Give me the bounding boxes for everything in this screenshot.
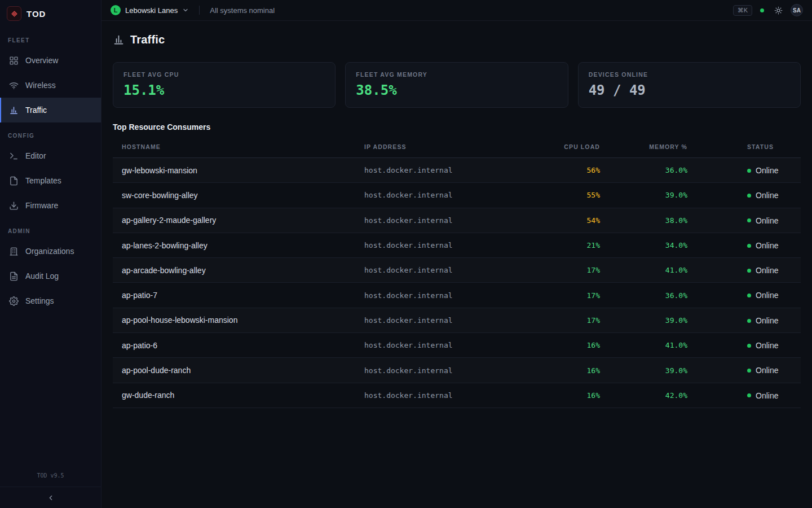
table-row[interactable]: ap-patio-7 host.docker.internal 17% 36.0…	[113, 283, 801, 308]
status-cell: Online	[696, 208, 801, 233]
column-header-memory[interactable]: MEMORY %	[609, 136, 696, 158]
sidebar-item-wireless[interactable]: Wireless	[0, 73, 101, 98]
online-status-dot	[747, 269, 751, 273]
ip-cell: host.docker.internal	[355, 283, 536, 308]
online-status-dot	[747, 369, 751, 373]
table-row[interactable]: ap-pool-house-lebowski-mansion host.dock…	[113, 308, 801, 332]
sidebar-item-editor[interactable]: Editor	[0, 143, 101, 168]
memory-cell: 38.0%	[609, 208, 696, 233]
topbar-divider	[199, 6, 200, 15]
online-status-dot	[747, 218, 751, 222]
hostname-cell: ap-arcade-bowling-alley	[113, 258, 355, 283]
sun-icon[interactable]	[774, 6, 783, 15]
column-header-hostname[interactable]: HOSTNAME	[113, 136, 355, 158]
page-header: Traffic	[113, 33, 801, 46]
hostname-cell: ap-patio-6	[113, 333, 355, 358]
hostname-cell: ap-gallery-2-maude-gallery	[113, 208, 355, 233]
sidebar-item-traffic[interactable]: Traffic	[0, 98, 101, 122]
download-icon	[9, 201, 19, 211]
table-row[interactable]: gw-dude-ranch host.docker.internal 16% 4…	[113, 383, 801, 408]
sidebar-item-label: Firmware	[25, 201, 58, 210]
grid-icon	[9, 56, 19, 65]
app-logo[interactable]: TOD	[0, 0, 101, 27]
org-name: Lebowski Lanes	[125, 6, 178, 15]
bar-chart-icon	[113, 34, 125, 46]
column-header-ip[interactable]: IP ADDRESS	[355, 136, 536, 158]
hostname-cell: gw-lebowski-mansion	[113, 158, 355, 183]
stat-card-fleet-avg-memory: FLEET AVG MEMORY 38.5%	[345, 62, 568, 108]
ip-cell: host.docker.internal	[355, 208, 536, 233]
hostname-cell: ap-lanes-2-bowling-alley	[113, 233, 355, 257]
command-palette-shortcut[interactable]: ⌘K	[733, 5, 752, 16]
stats-row: FLEET AVG CPU 15.1% FLEET AVG MEMORY 38.…	[113, 62, 801, 108]
table-row[interactable]: gw-lebowski-mansion host.docker.internal…	[113, 158, 801, 183]
online-status-dot	[747, 294, 751, 297]
sidebar-item-label: Organizations	[25, 247, 74, 256]
table-row[interactable]: ap-arcade-bowling-alley host.docker.inte…	[113, 258, 801, 283]
cpu-cell: 56%	[536, 158, 609, 183]
stat-label: DEVICES ONLINE	[589, 71, 790, 78]
cpu-cell: 17%	[536, 258, 609, 283]
system-status-text: All systems nominal	[210, 6, 275, 15]
sidebar-item-label: Audit Log	[25, 271, 59, 281]
page-content: Traffic FLEET AVG CPU 15.1% FLEET AVG ME…	[102, 21, 812, 508]
sidebar-item-label: Editor	[25, 151, 46, 160]
column-header-status[interactable]: STATUS	[696, 136, 801, 158]
resource-consumers-table: HOSTNAME IP ADDRESS CPU LOAD MEMORY % ST…	[113, 136, 801, 408]
sidebar-nav: FLEET Overview Wireless	[0, 27, 101, 313]
hostname-cell: sw-core-bowling-alley	[113, 183, 355, 208]
table-row[interactable]: ap-lanes-2-bowling-alley host.docker.int…	[113, 233, 801, 257]
hostname-cell: ap-patio-7	[113, 283, 355, 308]
file-icon	[9, 176, 19, 186]
ip-cell: host.docker.internal	[355, 333, 536, 358]
sidebar-item-templates[interactable]: Templates	[0, 168, 101, 193]
cpu-cell: 17%	[536, 283, 609, 308]
online-status-dot	[747, 194, 751, 198]
status-cell: Online	[696, 383, 801, 408]
online-status-dot	[747, 344, 751, 348]
app-version: TOD v9.5	[0, 467, 101, 487]
section-label-admin: ADMIN	[0, 218, 101, 239]
main-area: L Lebowski Lanes All systems nominal ⌘K	[102, 0, 812, 508]
org-switcher[interactable]: L Lebowski Lanes	[111, 5, 189, 15]
table-row[interactable]: ap-gallery-2-maude-gallery host.docker.i…	[113, 208, 801, 233]
stat-label: FLEET AVG MEMORY	[356, 71, 557, 78]
memory-cell: 34.0%	[609, 233, 696, 257]
app-name: TOD	[27, 9, 46, 19]
stat-value: 15.1%	[123, 82, 325, 98]
user-avatar[interactable]: SA	[791, 4, 803, 16]
topbar: L Lebowski Lanes All systems nominal ⌘K	[102, 0, 812, 21]
sidebar-item-overview[interactable]: Overview	[0, 48, 101, 73]
memory-cell: 36.0%	[609, 158, 696, 183]
memory-cell: 39.0%	[609, 358, 696, 383]
sidebar-item-organizations[interactable]: Organizations	[0, 239, 101, 264]
status-cell: Online	[696, 183, 801, 208]
sidebar: TOD FLEET Overview	[0, 0, 102, 508]
terminal-icon	[9, 151, 19, 161]
table-row[interactable]: ap-patio-6 host.docker.internal 16% 41.0…	[113, 333, 801, 358]
section-label-config: CONFIG	[0, 122, 101, 143]
sidebar-item-label: Wireless	[25, 81, 56, 90]
memory-cell: 41.0%	[609, 258, 696, 283]
online-status-dot	[747, 393, 751, 397]
status-cell: Online	[696, 283, 801, 308]
sidebar-item-firmware[interactable]: Firmware	[0, 193, 101, 218]
section-title: Top Resource Consumers	[113, 122, 801, 132]
building-icon	[9, 247, 19, 256]
cpu-cell: 21%	[536, 233, 609, 257]
table-row[interactable]: sw-core-bowling-alley host.docker.intern…	[113, 183, 801, 208]
chevron-left-icon	[47, 494, 55, 502]
status-cell: Online	[696, 158, 801, 183]
memory-cell: 36.0%	[609, 283, 696, 308]
cpu-cell: 17%	[536, 308, 609, 332]
table-row[interactable]: ap-pool-dude-ranch host.docker.internal …	[113, 358, 801, 383]
column-header-cpu[interactable]: CPU LOAD	[536, 136, 609, 158]
sidebar-item-audit-log[interactable]: Audit Log	[0, 264, 101, 288]
sidebar-collapse-button[interactable]	[0, 487, 101, 508]
ip-cell: host.docker.internal	[355, 383, 536, 408]
wifi-icon	[9, 81, 19, 90]
status-cell: Online	[696, 233, 801, 257]
ip-cell: host.docker.internal	[355, 258, 536, 283]
sidebar-item-settings[interactable]: Settings	[0, 288, 101, 313]
cpu-cell: 55%	[536, 183, 609, 208]
